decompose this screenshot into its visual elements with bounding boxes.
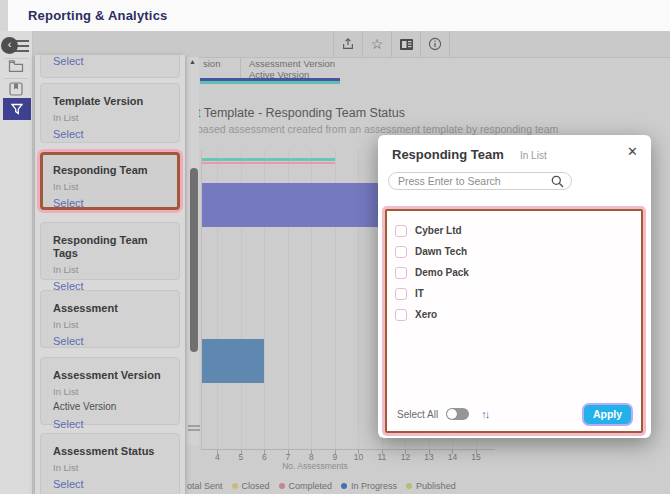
x-axis bbox=[201, 449, 495, 450]
option-row[interactable]: Dawn Tech bbox=[395, 241, 633, 262]
tab-assessment-version[interactable]: Assessment Version Active Version bbox=[240, 57, 340, 78]
legend-dot bbox=[232, 483, 238, 489]
info-icon[interactable] bbox=[420, 31, 450, 57]
filter-select-link[interactable]: Select bbox=[53, 478, 84, 491]
legend-label: Published bbox=[416, 481, 456, 491]
filter-operator: In List bbox=[53, 319, 167, 330]
axis-tick-label: 12 bbox=[395, 452, 415, 462]
filter-title: Responding Team bbox=[53, 164, 167, 177]
report-tabs: sion Assessment Version Active Version bbox=[200, 57, 340, 78]
filter-title: Assessment Status bbox=[53, 445, 167, 458]
tab-version-partial[interactable]: sion bbox=[200, 57, 240, 78]
filter-card-responding-team-tags[interactable]: Responding Team Tags In ListSelect bbox=[40, 222, 180, 280]
report-title: t Template - Responding Team Status bbox=[197, 106, 405, 120]
report-subtitle: based assessment created from an assessm… bbox=[197, 123, 558, 135]
dialog-footer: Select All ↑↓ Apply bbox=[397, 404, 631, 424]
option-label: Dawn Tech bbox=[415, 246, 467, 257]
chart-legend: otal SentClosedCompletedIn ProgressPubli… bbox=[187, 481, 456, 491]
edge-strip bbox=[0, 0, 8, 31]
option-label: Xero bbox=[415, 309, 437, 320]
filter-card-responding-team[interactable]: Responding Team In ListSelect bbox=[40, 152, 180, 210]
favorite-icon[interactable]: ☆ bbox=[362, 31, 391, 57]
option-row[interactable]: Demo Pack bbox=[395, 262, 633, 283]
axis-tick-label: 13 bbox=[419, 452, 439, 462]
chart-bar bbox=[202, 162, 335, 165]
filter-title: Assessment Version bbox=[53, 369, 167, 382]
page-title: Reporting & Analytics bbox=[28, 8, 168, 23]
filter-title: Template Version bbox=[53, 95, 167, 108]
filter-select-link[interactable]: Select bbox=[53, 418, 84, 431]
filter-select-link[interactable]: Select bbox=[53, 335, 84, 348]
filter-operator: In List bbox=[53, 462, 167, 473]
legend-label: In Progress bbox=[351, 481, 397, 491]
filter-operator: In List bbox=[53, 181, 167, 192]
report-toolbar: ☆ bbox=[33, 31, 670, 58]
select-all-label: Select All bbox=[397, 409, 438, 420]
option-row[interactable]: IT bbox=[395, 283, 633, 304]
axis-tick-label: 4 bbox=[207, 452, 227, 462]
filter-card-assessment[interactable]: Assessment In ListSelect bbox=[40, 290, 180, 348]
axis-tick-label: 15 bbox=[466, 452, 486, 462]
scrollbar-thumb[interactable] bbox=[190, 168, 198, 352]
filter-card-template-version[interactable]: Template Version In ListSelect bbox=[40, 83, 180, 143]
filter-title: Responding Team Tags bbox=[53, 234, 167, 260]
option-label: Demo Pack bbox=[415, 267, 469, 278]
chart-bar bbox=[202, 158, 335, 161]
legend-item: Closed bbox=[232, 481, 270, 491]
scroll-handle-icon[interactable] bbox=[188, 425, 200, 433]
sort-icon[interactable]: ↑↓ bbox=[481, 408, 488, 420]
filter-operator: In List bbox=[53, 264, 167, 275]
funnel-icon bbox=[11, 103, 23, 115]
report-icon[interactable] bbox=[391, 31, 420, 57]
filter-panel: Select Template Version In ListSelect Re… bbox=[35, 55, 185, 494]
filter-card-partial[interactable]: Select bbox=[40, 55, 180, 78]
bookmark-icon[interactable] bbox=[9, 82, 25, 98]
apply-button[interactable]: Apply bbox=[584, 405, 631, 424]
axis-tick-label: 14 bbox=[442, 452, 462, 462]
legend-item: In Progress bbox=[341, 481, 397, 491]
select-all-toggle[interactable] bbox=[446, 408, 469, 420]
legend-label: otal Sent bbox=[187, 481, 223, 491]
chart-bar bbox=[202, 339, 264, 383]
legend-label: Completed bbox=[289, 481, 333, 491]
filter-card-assessment-version[interactable]: Assessment Version In ListActive Version… bbox=[40, 357, 180, 425]
dialog-operator: In List bbox=[520, 150, 547, 161]
options-highlight-region: Cyber Ltd Dawn Tech Demo Pack IT Xero Se… bbox=[385, 209, 643, 433]
filter-select-link[interactable]: Select bbox=[53, 55, 84, 68]
search-icon[interactable] bbox=[551, 175, 564, 188]
export-icon[interactable] bbox=[333, 31, 362, 57]
collapse-panel-button[interactable]: ‹ bbox=[1, 37, 18, 54]
option-label: Cyber Ltd bbox=[415, 225, 462, 236]
legend-dot bbox=[406, 483, 412, 489]
filter-operator: In List bbox=[53, 112, 167, 123]
dialog-title: Responding Team bbox=[392, 147, 504, 162]
option-label: IT bbox=[415, 288, 424, 299]
filter-operator: In List bbox=[53, 386, 167, 397]
checkbox[interactable] bbox=[395, 309, 407, 321]
close-icon[interactable]: ✕ bbox=[627, 144, 638, 159]
app-window: Reporting & Analytics ‹ ☆ bbox=[0, 0, 670, 494]
filter-select-link[interactable]: Select bbox=[53, 197, 84, 210]
legend-dot bbox=[341, 483, 347, 489]
filter-nav-active[interactable] bbox=[3, 98, 31, 120]
tab-active-indicator bbox=[200, 81, 340, 84]
legend-dot bbox=[279, 483, 285, 489]
legend-label: Closed bbox=[242, 481, 270, 491]
checkbox[interactable] bbox=[395, 225, 407, 237]
icon-rail: ‹ bbox=[0, 31, 33, 494]
scroll-up-icon[interactable]: ▲ bbox=[189, 58, 196, 65]
checkbox[interactable] bbox=[395, 288, 407, 300]
filter-select-link[interactable]: Select bbox=[53, 128, 84, 141]
search-input[interactable] bbox=[388, 172, 572, 190]
checkbox[interactable] bbox=[395, 246, 407, 258]
legend-item: Completed bbox=[279, 481, 333, 491]
filter-card-assessment-status[interactable]: Assessment Status In ListSelect bbox=[40, 433, 180, 494]
option-row[interactable]: Xero bbox=[395, 304, 633, 325]
checkbox[interactable] bbox=[395, 267, 407, 279]
x-axis-label: No. Assessments bbox=[245, 461, 385, 471]
folder-icon[interactable] bbox=[8, 59, 24, 75]
filter-value: Active Version bbox=[53, 401, 167, 413]
responding-team-dialog: Responding Team In List ✕ Cyber Ltd Dawn… bbox=[378, 135, 651, 438]
filter-title: Assessment bbox=[53, 302, 167, 315]
option-row[interactable]: Cyber Ltd bbox=[395, 220, 633, 241]
